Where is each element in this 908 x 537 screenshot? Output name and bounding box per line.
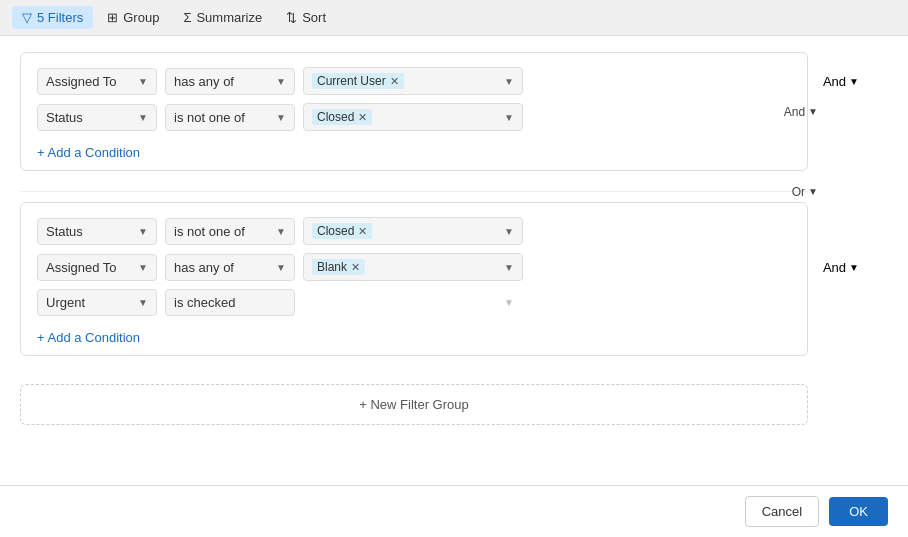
operator-label-2-1: is not one of xyxy=(174,224,245,239)
dialog-body: Assigned To ▼ has any of ▼ Current User … xyxy=(0,36,908,485)
tag-closed-2-1: Closed ✕ xyxy=(312,223,372,239)
new-filter-group-label: + New Filter Group xyxy=(359,397,468,412)
chevron-icon-op-1-2: ▼ xyxy=(276,112,286,123)
operator-select-2-3[interactable]: is checked xyxy=(165,289,295,316)
tag-label: Closed xyxy=(317,224,354,238)
field-label-2-1: Status xyxy=(46,224,83,239)
and-chevron-1-1: ▼ xyxy=(849,76,859,87)
operator-select-1-2[interactable]: is not one of ▼ xyxy=(165,104,295,131)
value-select-1-2[interactable]: Closed ✕ ▼ xyxy=(303,103,523,131)
filter-row-1-1: Assigned To ▼ has any of ▼ Current User … xyxy=(37,67,791,95)
chevron-icon-val-2-1: ▼ xyxy=(504,226,514,237)
field-label-1-2: Status xyxy=(46,110,83,125)
operator-label-2-2: has any of xyxy=(174,260,234,275)
summarize-icon: Σ xyxy=(183,10,191,25)
groups-container: Assigned To ▼ has any of ▼ Current User … xyxy=(20,52,888,425)
tag-label: Blank xyxy=(317,260,347,274)
tag-label: Closed xyxy=(317,110,354,124)
field-label-1-1: Assigned To xyxy=(46,74,117,89)
tag-current-user: Current User ✕ xyxy=(312,73,404,89)
tag-remove-closed-1-2[interactable]: ✕ xyxy=(358,111,367,124)
and-label-1-1: And xyxy=(823,74,846,89)
filter-row-2-3: Urgent ▼ is checked ▼ xyxy=(37,289,791,316)
chevron-icon-op-2-2: ▼ xyxy=(276,262,286,273)
row-and-connector-2-2: And ▼ xyxy=(823,260,859,275)
or-connector: Or ▼ xyxy=(792,185,818,199)
add-condition-1[interactable]: + Add a Condition xyxy=(37,143,140,162)
summarize-label: Summarize xyxy=(196,10,262,25)
chevron-icon-1-1: ▼ xyxy=(138,76,148,87)
operator-label-1-2: is not one of xyxy=(174,110,245,125)
group-button[interactable]: ⊞ Group xyxy=(97,6,169,29)
chevron-icon-val-2-3: ▼ xyxy=(504,297,514,308)
group-box-2: Status ▼ is not one of ▼ Closed ✕ ▼ xyxy=(20,202,808,356)
field-select-2-1[interactable]: Status ▼ xyxy=(37,218,157,245)
tag-remove-closed-2-1[interactable]: ✕ xyxy=(358,225,367,238)
tag-remove-current-user[interactable]: ✕ xyxy=(390,75,399,88)
tag-label: Current User xyxy=(317,74,386,88)
cancel-button[interactable]: Cancel xyxy=(745,496,819,527)
group-and-chevron: ▼ xyxy=(808,106,818,117)
add-condition-2[interactable]: + Add a Condition xyxy=(37,328,140,347)
field-select-2-3[interactable]: Urgent ▼ xyxy=(37,289,157,316)
toolbar: ▽ 5 Filters ⊞ Group Σ Summarize ⇅ Sort xyxy=(0,0,908,36)
separator-line xyxy=(20,191,808,192)
chevron-icon-val-2-2: ▼ xyxy=(504,262,514,273)
sort-icon: ⇅ xyxy=(286,10,297,25)
field-label-2-2: Assigned To xyxy=(46,260,117,275)
operator-label-1-1: has any of xyxy=(174,74,234,89)
filter-row-1-2: Status ▼ is not one of ▼ Closed ✕ ▼ xyxy=(37,103,791,131)
sort-button[interactable]: ⇅ Sort xyxy=(276,6,336,29)
field-select-2-2[interactable]: Assigned To ▼ xyxy=(37,254,157,281)
and-label-2-2: And xyxy=(823,260,846,275)
group-and-connector-1: And ▼ xyxy=(784,105,818,119)
filter-group-2: Status ▼ is not one of ▼ Closed ✕ ▼ xyxy=(20,202,808,356)
chevron-icon-op-2-1: ▼ xyxy=(276,226,286,237)
value-select-2-3[interactable]: ▼ xyxy=(303,291,523,314)
footer: Cancel OK xyxy=(0,485,908,537)
filter-icon: ▽ xyxy=(22,10,32,25)
group-and-label: And xyxy=(784,105,805,119)
chevron-icon-2-3: ▼ xyxy=(138,297,148,308)
tag-remove-blank-2-2[interactable]: ✕ xyxy=(351,261,360,274)
filter-row-2-2: Assigned To ▼ has any of ▼ Blank ✕ ▼ xyxy=(37,253,791,281)
filters-button[interactable]: ▽ 5 Filters xyxy=(12,6,93,29)
or-chevron: ▼ xyxy=(808,186,818,197)
group-icon: ⊞ xyxy=(107,10,118,25)
value-select-2-1[interactable]: Closed ✕ ▼ xyxy=(303,217,523,245)
group-label: Group xyxy=(123,10,159,25)
operator-select-1-1[interactable]: has any of ▼ xyxy=(165,68,295,95)
chevron-icon-2-2: ▼ xyxy=(138,262,148,273)
operator-select-2-2[interactable]: has any of ▼ xyxy=(165,254,295,281)
filter-row-2-1: Status ▼ is not one of ▼ Closed ✕ ▼ xyxy=(37,217,791,245)
or-label: Or xyxy=(792,185,805,199)
operator-select-2-1[interactable]: is not one of ▼ xyxy=(165,218,295,245)
chevron-icon-op-1-1: ▼ xyxy=(276,76,286,87)
new-filter-group-button[interactable]: + New Filter Group xyxy=(20,384,808,425)
tag-closed-1-2: Closed ✕ xyxy=(312,109,372,125)
summarize-button[interactable]: Σ Summarize xyxy=(173,6,272,29)
operator-label-2-3: is checked xyxy=(174,295,235,310)
ok-button[interactable]: OK xyxy=(829,497,888,526)
chevron-icon-val-1-2: ▼ xyxy=(504,112,514,123)
value-select-2-2[interactable]: Blank ✕ ▼ xyxy=(303,253,523,281)
and-chevron-2-2: ▼ xyxy=(849,262,859,273)
tag-blank-2-2: Blank ✕ xyxy=(312,259,365,275)
field-label-2-3: Urgent xyxy=(46,295,85,310)
field-select-1-1[interactable]: Assigned To ▼ xyxy=(37,68,157,95)
value-select-1-1[interactable]: Current User ✕ ▼ xyxy=(303,67,523,95)
filter-group-1: Assigned To ▼ has any of ▼ Current User … xyxy=(20,52,808,171)
chevron-icon-1-2: ▼ xyxy=(138,112,148,123)
filters-label: 5 Filters xyxy=(37,10,83,25)
chevron-icon-2-1: ▼ xyxy=(138,226,148,237)
field-select-1-2[interactable]: Status ▼ xyxy=(37,104,157,131)
row-and-connector-1-1: And ▼ xyxy=(823,74,859,89)
or-separator: Or ▼ xyxy=(20,191,808,192)
group-box-1: Assigned To ▼ has any of ▼ Current User … xyxy=(20,52,808,171)
sort-label: Sort xyxy=(302,10,326,25)
chevron-icon-val-1-1: ▼ xyxy=(504,76,514,87)
